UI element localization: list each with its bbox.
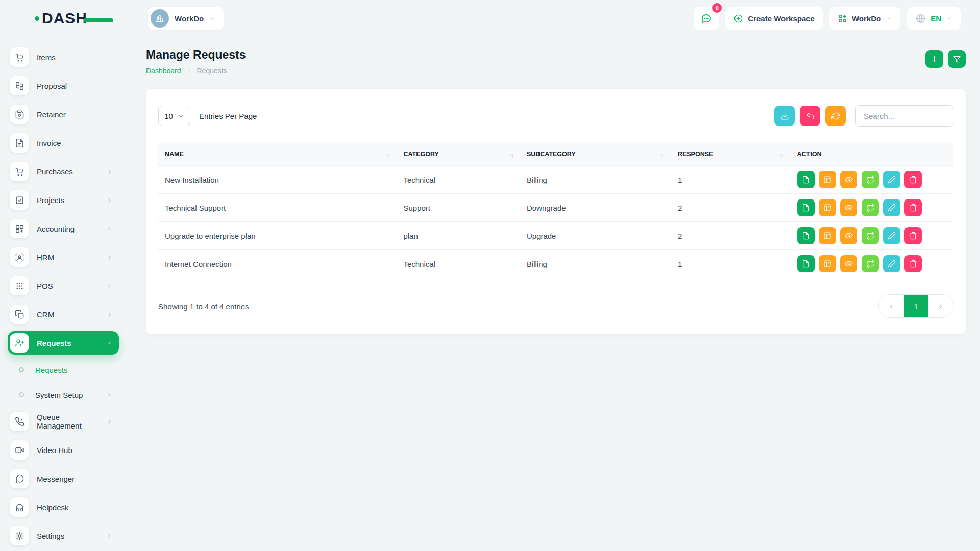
workdo-menu-label: WorkDo <box>852 14 881 23</box>
page-number-button[interactable]: 1 <box>904 295 928 317</box>
create-request-button[interactable] <box>925 50 943 68</box>
repeat-icon <box>866 176 874 184</box>
table-icon <box>823 176 831 184</box>
circle-bullet-icon <box>19 392 24 397</box>
search-input[interactable] <box>855 105 953 127</box>
sidebar-item-retainer[interactable]: Retainer <box>8 103 119 126</box>
repeat-icon <box>866 260 874 268</box>
requests-card: 10 Entries Per Page <box>146 89 966 334</box>
sidebar-item-pos[interactable]: POS <box>8 274 119 297</box>
file-button[interactable] <box>797 227 815 244</box>
chevron-down-icon <box>209 15 216 22</box>
pencil-icon <box>888 232 896 240</box>
table-controls: 10 Entries Per Page <box>158 105 953 127</box>
create-workspace-button[interactable]: Create Workspace <box>725 7 823 30</box>
table-view-button[interactable] <box>819 199 836 216</box>
pencil-icon <box>888 260 896 268</box>
refresh-button[interactable] <box>825 106 846 126</box>
reset-button[interactable] <box>800 106 820 126</box>
sidebar-item-queue-management[interactable]: Queue Management <box>8 410 119 433</box>
workdo-menu-button[interactable]: WorkDo <box>829 7 900 30</box>
sidebar-subitem-requests[interactable]: Requests <box>16 360 119 380</box>
table-actions <box>774 105 953 127</box>
column-header-subcategory[interactable]: SUBCATEGORY↑↓ <box>520 143 671 166</box>
preview-button[interactable] <box>840 171 857 188</box>
convert-button[interactable] <box>862 199 879 216</box>
workspace-selector[interactable]: WorkDo <box>148 7 224 30</box>
file-button[interactable] <box>797 199 815 216</box>
copy-squares-icon <box>10 305 29 324</box>
export-button[interactable] <box>774 106 795 126</box>
convert-button[interactable] <box>862 171 879 188</box>
cell-response: 1 <box>671 166 791 194</box>
column-label: RESPONSE <box>678 151 713 158</box>
sidebar-item-projects[interactable]: Projects <box>8 188 119 212</box>
messages-button[interactable]: 0 <box>694 7 719 30</box>
delete-button[interactable] <box>904 171 922 188</box>
preview-button[interactable] <box>840 199 857 216</box>
previous-page-button[interactable] <box>879 295 904 317</box>
breadcrumb-dashboard-link[interactable]: Dashboard <box>146 67 181 75</box>
edit-button[interactable] <box>883 199 900 216</box>
trash-icon <box>909 232 917 240</box>
delete-button[interactable] <box>904 227 922 244</box>
preview-button[interactable] <box>840 227 857 244</box>
cart-icon <box>10 47 29 67</box>
sidebar-item-requests[interactable]: Requests <box>8 331 119 355</box>
file-button[interactable] <box>797 171 815 188</box>
table-view-button[interactable] <box>819 171 836 188</box>
sidebar-subitem-system-setup[interactable]: System Setup <box>16 385 119 405</box>
file-icon <box>802 260 810 268</box>
convert-button[interactable] <box>862 255 879 272</box>
card-footer: Showing 1 to 4 of 4 entries 1 <box>158 294 953 318</box>
column-header-category[interactable]: CATEGORY↑↓ <box>397 143 520 166</box>
sidebar-item-purchases[interactable]: Purchases <box>8 160 119 183</box>
cell-actions <box>791 222 953 250</box>
sidebar-item-label: Items <box>37 53 56 62</box>
convert-button[interactable] <box>862 227 879 244</box>
file-icon <box>802 232 810 240</box>
language-label: EN <box>930 14 941 23</box>
sort-icon: ↑↓ <box>509 151 513 158</box>
sidebar-item-video-hub[interactable]: Video Hub <box>8 438 119 462</box>
cell-response: 2 <box>671 194 791 222</box>
sidebar-item-label: Invoice <box>37 139 61 147</box>
sidebar-item-helpdesk[interactable]: Helpdesk <box>8 495 119 519</box>
download-icon <box>780 112 789 120</box>
column-label: CATEGORY <box>403 151 438 158</box>
brand-logo[interactable]: DASH <box>35 11 116 26</box>
next-page-button[interactable] <box>928 295 953 317</box>
undo-arrow-icon <box>806 112 815 120</box>
filter-button[interactable] <box>948 50 966 68</box>
sidebar-item-settings[interactable]: Settings <box>8 524 119 547</box>
cell-name: Internet Connection <box>158 250 397 278</box>
sidebar-item-messenger[interactable]: Messenger <box>8 467 119 490</box>
row-actions <box>797 171 947 188</box>
sidebar-item-crm[interactable]: CRM <box>8 303 119 326</box>
sidebar-item-accounting[interactable]: Accounting <box>8 217 119 240</box>
sidebar-item-invoice[interactable]: Invoice <box>8 131 119 155</box>
edit-button[interactable] <box>883 227 900 244</box>
delete-button[interactable] <box>904 199 922 216</box>
app-root: DASH WorkDo 0 Create Workspace <box>0 0 980 551</box>
column-header-name[interactable]: NAME↑↓ <box>158 143 397 166</box>
table-view-button[interactable] <box>819 255 836 272</box>
preview-button[interactable] <box>840 255 857 272</box>
entries-per-page-select[interactable]: 10 <box>158 106 190 126</box>
sidebar-item-items[interactable]: Items <box>8 45 119 69</box>
breadcrumb: Dashboard Requests <box>146 67 246 75</box>
sidebar-item-hrm[interactable]: HRM <box>8 245 119 269</box>
eye-icon <box>845 260 853 268</box>
language-selector[interactable]: EN <box>907 7 961 30</box>
chat-bubble-icon <box>10 469 29 488</box>
sidebar-item-proposal[interactable]: Proposal <box>8 74 119 97</box>
edit-button[interactable] <box>883 171 900 188</box>
cell-actions <box>791 166 953 194</box>
delete-button[interactable] <box>904 255 922 272</box>
row-actions <box>797 255 947 272</box>
edit-button[interactable] <box>883 255 900 272</box>
trash-icon <box>909 204 917 212</box>
column-header-response[interactable]: RESPONSE↑↓ <box>671 143 791 166</box>
table-view-button[interactable] <box>819 227 836 244</box>
file-button[interactable] <box>797 255 815 272</box>
